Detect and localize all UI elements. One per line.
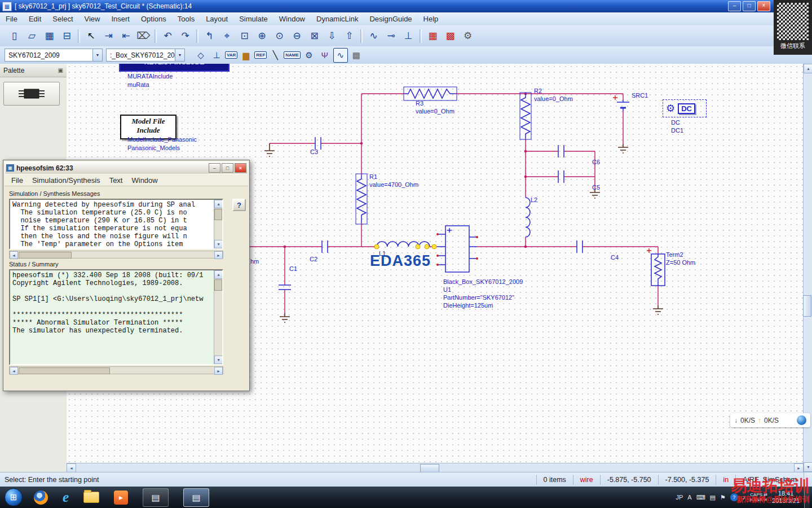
popup-minimize-button[interactable]: –	[209, 163, 220, 173]
explorer-folder-icon[interactable]	[83, 492, 99, 503]
menu-view[interactable]: View	[79, 15, 106, 23]
save-icon[interactable]: ▦	[41, 28, 58, 44]
tray-volume-icon[interactable]: ♪	[743, 494, 746, 501]
select-cursor-icon[interactable]: ↖	[83, 28, 99, 44]
insert-meter2-icon[interactable]: ⇤	[118, 28, 134, 44]
maximize-button[interactable]: □	[743, 1, 756, 11]
minimize-button[interactable]: –	[728, 1, 741, 11]
chevron-down-icon[interactable]: ▼	[175, 49, 184, 61]
ime-status[interactable]: CAPS ⇄ KANA ⇄	[750, 492, 767, 502]
deactivate-icon[interactable]: ▦	[425, 28, 441, 44]
simulation-messages-box[interactable]: Warning detected by hpeesofsim during SP…	[9, 199, 223, 249]
messages-vertical-scrollbar[interactable]: ▲ ▼	[214, 200, 222, 248]
status-horizontal-scrollbar[interactable]: ◄ ►	[9, 366, 223, 374]
start-button[interactable]: ⊞	[5, 488, 23, 506]
var-icon[interactable]: VAR	[225, 51, 237, 59]
zoom-in-icon[interactable]: ⊕	[254, 28, 270, 44]
menu-options[interactable]: Options	[135, 15, 172, 23]
scroll-down-icon[interactable]: ▼	[804, 462, 812, 472]
netlist-include-block[interactable]: NETLIST INCLUDE	[119, 64, 230, 72]
ie-icon[interactable]: e	[63, 489, 69, 505]
scroll-right-icon[interactable]: ►	[214, 367, 223, 375]
tray-keyboard-icon[interactable]: ⌨	[696, 494, 705, 501]
scroll-up-icon[interactable]: ▲	[804, 64, 812, 73]
insert-meter-icon[interactable]: ⇥	[100, 28, 117, 44]
dc-controller-block[interactable]: ⚙ DC	[663, 99, 707, 117]
menu-dynamiclink[interactable]: DynamicLink	[311, 15, 364, 23]
horizontal-scroll-thumb[interactable]	[420, 464, 439, 472]
push-hierarchy-icon[interactable]: ⇩	[324, 28, 340, 44]
canvas-horizontal-scrollbar[interactable]: ◄ ►	[67, 463, 804, 472]
menu-layout[interactable]: Layout	[200, 15, 233, 23]
palette-float-icon[interactable]: ▣	[58, 67, 63, 73]
speed-widget-logo-icon[interactable]	[797, 415, 806, 425]
menu-help[interactable]: Help	[418, 15, 444, 23]
app-window-button[interactable]: ▤	[143, 488, 169, 507]
menu-edit[interactable]: Edit	[23, 15, 47, 23]
menu-window[interactable]: Window	[273, 15, 311, 23]
palette-component-button[interactable]	[3, 82, 60, 106]
rotate-icon[interactable]: ↰	[201, 28, 218, 44]
help-button[interactable]: ?	[232, 199, 246, 211]
status-vertical-scrollbar[interactable]: ▲ ▼	[214, 270, 222, 364]
name-icon[interactable]: NAME	[284, 51, 301, 59]
redo-icon[interactable]: ↷	[177, 28, 193, 44]
scroll-right-icon[interactable]: ►	[214, 251, 223, 259]
scroll-thumb[interactable]	[19, 252, 72, 259]
menu-designguide[interactable]: DesignGuide	[364, 15, 417, 23]
menu-select[interactable]: Select	[47, 15, 78, 23]
tray-apps-icon[interactable]: ▤	[710, 494, 716, 501]
zoom-full-icon[interactable]: ⊠	[306, 28, 323, 44]
pop-hierarchy-icon[interactable]: ⇧	[341, 28, 358, 44]
app-window-button-active[interactable]: ▤	[183, 488, 209, 507]
line-tool-icon[interactable]: ╲	[268, 48, 283, 63]
scroll-left-icon[interactable]: ◄	[10, 367, 18, 375]
popup-menu-file[interactable]: File	[7, 176, 28, 185]
wire-icon[interactable]: ∿	[365, 28, 382, 44]
tray-lang-jp[interactable]: JP	[676, 494, 683, 501]
open-icon[interactable]: ▱	[24, 28, 40, 44]
new-file-icon[interactable]: ▯	[6, 28, 23, 44]
popup-close-button[interactable]: ×	[235, 163, 246, 173]
scroll-thumb[interactable]	[214, 279, 222, 291]
polygon-icon[interactable]: ◇	[193, 48, 208, 63]
menu-tools[interactable]: Tools	[172, 15, 200, 23]
undo-icon[interactable]: ↶	[160, 28, 176, 44]
popup-maximize-button[interactable]: □	[222, 163, 233, 173]
tune-icon[interactable]: ⚙	[460, 28, 476, 44]
scope-icon[interactable]: ∿	[333, 48, 348, 63]
probe-icon[interactable]: Ψ	[317, 48, 332, 63]
scroll-thumb[interactable]	[214, 209, 222, 220]
messages-horizontal-scrollbar[interactable]: ◄ ►	[9, 251, 223, 259]
zoom-select-icon[interactable]: ⊙	[271, 28, 288, 44]
gear-icon[interactable]: ⚙	[302, 48, 316, 63]
vertical-scroll-thumb[interactable]	[803, 295, 811, 317]
chevron-down-icon[interactable]: ▼	[92, 49, 102, 61]
ground-icon[interactable]: ⊥	[400, 28, 417, 44]
close-button[interactable]: ×	[757, 1, 770, 11]
canvas-vertical-scrollbar[interactable]: ▲ ▼	[803, 64, 812, 472]
insert-ground-icon[interactable]: ⊥	[209, 48, 224, 63]
show-desktop-button[interactable]	[804, 487, 810, 508]
tray-ime-mode[interactable]: A	[687, 494, 691, 501]
zoom-area-icon[interactable]: ⊡	[236, 28, 253, 44]
scroll-thumb[interactable]	[19, 367, 110, 374]
ref-icon[interactable]: REF	[254, 51, 267, 59]
tray-flag-icon[interactable]: ⚑	[720, 494, 726, 501]
model-file-include-block[interactable]: Model File Include	[120, 115, 176, 139]
media-player-icon[interactable]: ▸	[114, 491, 128, 505]
network-speed-widget[interactable]: ↓ 0K/S ↑ 0K/S	[730, 413, 810, 427]
scroll-up-icon[interactable]: ▲	[214, 200, 223, 208]
scroll-down-icon[interactable]: ▼	[214, 240, 223, 248]
wire-label-icon[interactable]: ⊸	[383, 28, 399, 44]
move-icon[interactable]: ⌖	[219, 28, 235, 44]
popup-menu-simulation-synthesis[interactable]: Simulation/Synthesis	[28, 176, 105, 185]
delete-icon[interactable]: ⌦	[135, 28, 152, 44]
crossprobe-icon[interactable]: ▩	[442, 28, 458, 44]
component-library-combobox[interactable]: SKY67012_2009 ▼	[5, 49, 103, 62]
zoom-out-icon[interactable]: ⊖	[289, 28, 305, 44]
print-icon[interactable]: ⊟	[59, 28, 75, 44]
popup-menu-window[interactable]: Window	[127, 176, 162, 185]
hpeesofsim-window[interactable]: ▦ hpeesofsim 62:33 –□× FileSimulation/Sy…	[3, 160, 250, 391]
menu-file[interactable]: File	[0, 15, 23, 23]
